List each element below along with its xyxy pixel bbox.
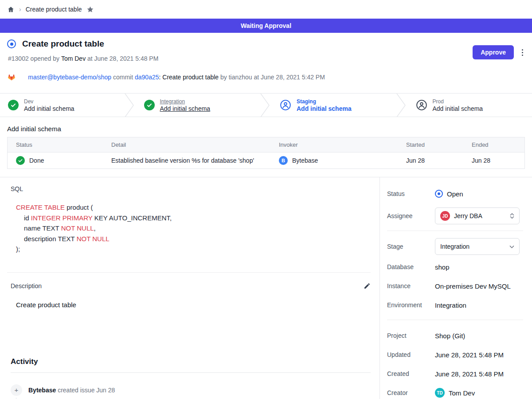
git-branch-repo-link[interactable]: master@bytebase-demo/shop <box>28 74 111 81</box>
breadcrumb-title[interactable]: Create product table <box>26 6 82 13</box>
task-table: Status Detail Invoker Started Ended Done… <box>7 137 525 169</box>
task-section-title: Add initial schema <box>7 125 525 133</box>
task-ended-date: Jun 28 <box>472 157 524 164</box>
stage-prod[interactable]: Prod Add initial schema <box>408 94 532 117</box>
git-commit-word: commit <box>111 74 135 81</box>
issue-header: Create product table #13002 opened by To… <box>0 33 532 93</box>
edit-description-pencil-icon[interactable] <box>364 282 371 289</box>
sql-token: id <box>24 214 31 222</box>
stage-select[interactable]: Integration <box>435 238 520 255</box>
task-done-check-icon <box>16 156 25 165</box>
instance-label: Instance <box>387 282 435 289</box>
git-commit-hash-link[interactable]: da90a25 <box>135 74 159 81</box>
created-label: Created <box>387 370 435 377</box>
invoker-avatar: B <box>279 156 288 165</box>
activity-author: Bytebase <box>28 387 56 394</box>
issue-meta-author: Tom Dev <box>61 55 86 62</box>
activity-timeline-line <box>16 398 16 399</box>
environment-label: Environment <box>387 301 435 309</box>
issue-meta: #13002 opened by Tom Dev at June 28, 202… <box>8 55 525 62</box>
breadcrumb: › Create product table <box>0 0 532 19</box>
assignee-select[interactable]: JD Jerry DBA <box>435 207 520 224</box>
sql-token: INTEGER PRIMARY <box>31 214 93 222</box>
list-item: + Bytebase created issue Jun 28 <box>11 384 374 396</box>
sql-token: product ( <box>65 203 93 211</box>
creator-label: Creator <box>387 389 435 396</box>
task-status-text: Done <box>29 157 44 164</box>
updated-value: June 28, 2021 5:48 PM <box>435 351 504 359</box>
issue-sidebar: Status Open Assignee JD Jerry DBA Stage … <box>380 177 532 399</box>
task-invoker-name: Bytebase <box>292 157 318 164</box>
database-label: Database <box>387 263 435 270</box>
chevron-down-icon <box>509 244 515 250</box>
instance-value: On-premises Dev MySQL <box>435 282 511 290</box>
environment-value: Integration <box>435 301 466 309</box>
star-icon[interactable] <box>86 6 94 13</box>
status-open-icon <box>435 190 443 198</box>
sql-token: name TEXT <box>24 224 61 232</box>
col-header-detail: Detail <box>111 141 279 148</box>
issue-title: Create product table <box>22 39 104 49</box>
status-value: Open <box>447 190 463 198</box>
pipeline-stage-bar: Dev Add initial schema Integration Add i… <box>0 93 532 117</box>
activity-section-title: Activity <box>11 357 374 366</box>
col-header-invoker: Invoker <box>279 141 406 148</box>
stage-label: Stage <box>387 243 435 250</box>
stage-integration-env-link[interactable]: Integration <box>160 98 211 105</box>
git-commit-suffix: by tianzhou at June 28, 2021 5:42 PM <box>219 74 325 81</box>
stage-dev[interactable]: Dev Add initial schema <box>0 94 125 117</box>
task-table-header-row: Status Detail Invoker Started Ended <box>8 137 524 153</box>
assignee-avatar: JD <box>440 211 450 221</box>
stage-prod-pending-icon <box>416 99 427 111</box>
sql-token: KEY AUTO_INCREMENT, <box>92 214 172 222</box>
stage-integration[interactable]: Integration Add initial schema <box>136 94 261 117</box>
col-header-ended: Ended <box>472 141 524 148</box>
approval-banner: Waiting Approval <box>0 19 532 33</box>
sidebar-divider <box>387 231 523 231</box>
stage-prod-task-label: Add initial schema <box>433 105 483 112</box>
stage-separator-chevron <box>396 94 408 117</box>
task-started-date: Jun 28 <box>406 157 472 164</box>
stage-separator-chevron <box>260 94 272 117</box>
stage-dev-done-check-icon <box>8 100 19 110</box>
sql-token: CREATE TABLE <box>16 203 65 211</box>
database-value: shop <box>435 263 450 271</box>
sql-section-label: SQL <box>11 185 374 192</box>
stage-value: Integration <box>440 243 505 250</box>
approve-button[interactable]: Approve <box>473 45 514 59</box>
sql-code-block: CREATE TABLE product ( id INTEGER PRIMAR… <box>16 202 374 254</box>
issue-open-status-icon <box>7 39 16 48</box>
stage-staging[interactable]: Staging Add initial schema <box>272 94 396 117</box>
stage-dev-task-label: Add initial schema <box>24 105 74 112</box>
sidebar-divider <box>387 320 523 320</box>
sql-token: NOT NULL <box>61 224 94 232</box>
creator-avatar: TD <box>435 388 445 398</box>
sql-token: ); <box>16 245 20 253</box>
activity-divider <box>11 372 371 373</box>
section-divider <box>7 272 371 273</box>
stage-dev-env-label: Dev <box>24 98 74 105</box>
stage-staging-pending-approval-icon <box>280 99 291 111</box>
gitlab-icon <box>8 74 15 81</box>
task-detail-text: Established baseline version %s for data… <box>111 157 279 164</box>
sql-token: , <box>94 224 96 232</box>
more-actions-kebab-icon[interactable] <box>520 47 525 58</box>
issue-meta-suffix: at June 28, 2021 5:48 PM <box>86 55 158 62</box>
table-row[interactable]: Done Established baseline version %s for… <box>8 153 524 168</box>
stage-separator-chevron <box>125 94 136 117</box>
col-header-started: Started <box>406 141 472 148</box>
created-value: June 28, 2021 5:48 PM <box>435 370 504 378</box>
git-commit-line: master@bytebase-demo/shop commit da90a25… <box>8 66 525 88</box>
issue-meta-prefix: #13002 opened by <box>8 55 61 62</box>
breadcrumb-chevron-icon: › <box>19 6 21 13</box>
stage-integration-task-link[interactable]: Add initial schema <box>160 105 211 112</box>
stage-integration-done-check-icon <box>144 100 155 110</box>
activity-action-text: created issue Jun 28 <box>56 387 115 394</box>
project-value: Shop (Git) <box>435 332 465 340</box>
git-commit-message: Create product table <box>162 74 219 81</box>
stage-prod-env-label: Prod <box>433 98 483 105</box>
home-icon[interactable] <box>7 6 15 13</box>
sql-token: NOT NULL <box>77 235 110 243</box>
assignee-label: Assignee <box>387 212 435 219</box>
creator-value: Tom Dev <box>449 389 475 397</box>
